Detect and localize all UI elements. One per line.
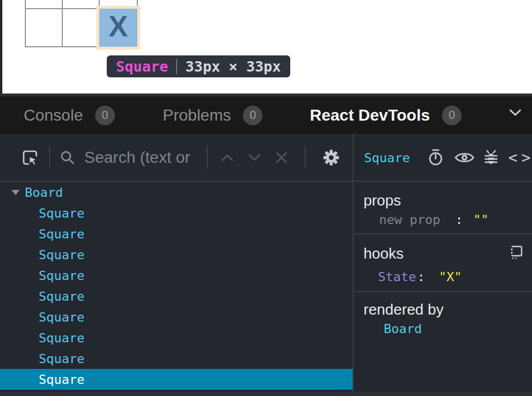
tree-row[interactable]: Square — [0, 244, 353, 265]
board-square[interactable] — [100, 0, 137, 9]
hooks-section-title: hooks — [364, 245, 403, 262]
toolbar-divider — [207, 146, 208, 169]
inspect-highlight-overlay: X — [99, 9, 137, 47]
tree-row[interactable]: Square — [0, 327, 353, 348]
tooltip-divider — [176, 59, 177, 74]
tab-count-badge: 0 — [95, 106, 115, 125]
tree-component-label: Square — [39, 331, 84, 345]
tooltip-dimensions: 33px × 33px — [185, 59, 281, 74]
clear-search-icon[interactable] — [275, 151, 288, 164]
tree-component-label: Square — [39, 289, 84, 304]
tree-component-label: Square — [39, 227, 84, 241]
square-x-value: X — [108, 12, 128, 43]
tictactoe-board: X — [25, 0, 138, 47]
components-tree-panel: Board Square Square Square — [0, 134, 354, 393]
viewport-left-edge — [0, 0, 2, 94]
prop-value[interactable]: "" — [473, 211, 489, 229]
tree-row[interactable]: Square — [0, 348, 353, 369]
tree-row[interactable]: Square — [0, 203, 353, 223]
tree-row[interactable]: Square — [0, 307, 353, 327]
rendered-by-section-title: rendered by — [364, 301, 444, 318]
board-square[interactable] — [26, 9, 63, 46]
tab-label: Console — [24, 106, 83, 125]
expander-triangle-icon[interactable] — [12, 190, 20, 195]
bottom-edge-strip — [0, 392, 532, 396]
section-divider — [355, 291, 532, 292]
tree-component-label: Square — [39, 372, 84, 387]
tooltip-component-name: Square — [116, 59, 168, 74]
toolbar-divider — [49, 146, 50, 169]
tree-component-label: Square — [39, 268, 84, 283]
tree-toolbar — [0, 134, 353, 182]
tab-count-badge: 0 — [243, 106, 263, 125]
section-divider — [355, 233, 532, 234]
board-square-highlighted[interactable]: X — [100, 9, 137, 46]
tree-component-label: Square — [39, 310, 84, 324]
settings-gear-icon[interactable] — [322, 148, 340, 167]
tab-label: Problems — [163, 106, 231, 125]
board-square[interactable] — [63, 0, 100, 9]
chevron-down-icon[interactable] — [509, 109, 522, 117]
tree-component-label: Board — [25, 185, 63, 200]
element-size-tooltip: Square 33px × 33px — [107, 55, 290, 77]
component-tree: Board Square Square Square — [0, 182, 353, 390]
tab-count-badge: 0 — [442, 106, 462, 125]
tree-component-label: Square — [39, 206, 84, 221]
props-row: new prop : "" — [379, 211, 489, 229]
view-eye-icon[interactable] — [454, 150, 475, 165]
board-square[interactable] — [26, 0, 63, 9]
inspect-element-icon[interactable] — [20, 148, 40, 167]
inspected-component-name: Square — [364, 150, 410, 165]
drawer-tab[interactable]: Problems 0 — [163, 106, 263, 125]
new-prop-input[interactable]: new prop — [379, 211, 440, 229]
rendered-by-board-link[interactable]: Board — [384, 320, 422, 338]
drawer-tab-bar: Console 0 Problems 0 React DevTools 0 — [0, 94, 532, 134]
next-result-icon[interactable] — [248, 154, 261, 162]
parse-hook-names-icon[interactable] — [508, 245, 524, 260]
hooks-state-row: State : "X" — [378, 268, 462, 286]
tab-label: React DevTools — [310, 106, 430, 125]
inspected-element-panel: Square <> — [355, 134, 532, 393]
inspector-toolbar: Square <> — [355, 134, 532, 182]
drawer-tab[interactable]: React DevTools 0 — [310, 106, 462, 125]
tree-row[interactable]: Square — [0, 223, 353, 244]
react-devtools-panel: Board Square Square Square — [0, 134, 532, 393]
tree-row[interactable]: Square — [0, 265, 353, 286]
tree-row[interactable]: Square — [0, 369, 353, 390]
key-value-separator: : — [455, 211, 463, 229]
tree-component-label: Square — [39, 248, 84, 262]
key-value-separator: : — [417, 268, 425, 286]
page-viewport: X Square 33px × 33px — [0, 0, 532, 94]
tree-row[interactable]: Board — [0, 182, 353, 203]
debug-bug-icon[interactable] — [483, 148, 499, 167]
state-hook-label: State — [378, 268, 416, 286]
tree-row[interactable]: Square — [0, 286, 353, 307]
view-source-code-icon[interactable]: <> — [508, 149, 530, 166]
previous-result-icon[interactable] — [221, 154, 234, 162]
tree-component-label: Square — [39, 352, 84, 366]
devtools-screenshot: X Square 33px × 33px Console 0 Problems … — [0, 0, 532, 396]
search-input[interactable] — [84, 148, 203, 167]
profiler-stopwatch-icon[interactable] — [427, 148, 444, 167]
toolbar-divider — [305, 146, 306, 169]
drawer-tab[interactable]: Console 0 — [24, 106, 115, 125]
board-square[interactable] — [63, 9, 100, 46]
props-section-title: props — [364, 192, 401, 209]
state-hook-value[interactable]: "X" — [439, 268, 462, 286]
search-icon — [59, 150, 76, 166]
